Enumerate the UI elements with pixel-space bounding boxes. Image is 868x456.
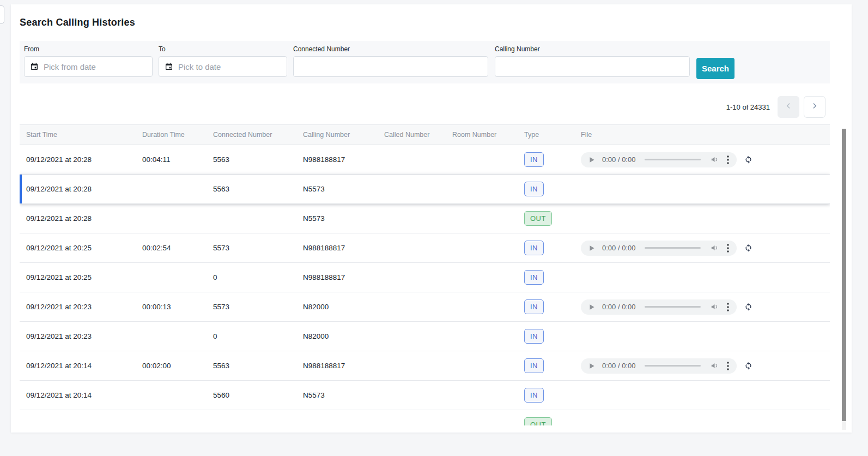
table-header: Start Time Duration Time Connected Numbe… [20, 124, 830, 145]
cell-calling: N82000 [296, 332, 378, 340]
table-row[interactable]: 09/12/2021 at 20:28 N5573 OUT [20, 204, 830, 233]
table-row[interactable]: 09/12/2021 at 20:28 00:04:11 5563 N98818… [20, 145, 830, 175]
refresh-icon[interactable] [744, 244, 752, 252]
calling-number-field: Calling Number [495, 45, 690, 77]
play-icon[interactable] [588, 245, 595, 251]
refresh-icon[interactable] [744, 303, 752, 311]
refresh-icon[interactable] [744, 155, 752, 164]
cell-duration: 00:00:13 [136, 303, 207, 311]
to-field: To [159, 45, 287, 77]
from-date-text[interactable] [44, 62, 147, 71]
pagination: 1-10 of 24331 [726, 96, 825, 118]
table-row[interactable]: OUT [20, 410, 830, 425]
panel-toggle[interactable] [0, 5, 4, 24]
audio-progress[interactable] [645, 306, 701, 308]
audio-player[interactable]: 0:00 / 0:00 [581, 358, 737, 374]
type-badge-out: OUT [524, 211, 552, 226]
kebab-menu-icon[interactable] [727, 244, 729, 253]
type-badge-in: IN [524, 358, 544, 373]
from-date-input[interactable] [24, 56, 153, 77]
connected-number-field: Connected Number [293, 45, 488, 77]
volume-icon[interactable] [710, 243, 719, 253]
table-row[interactable]: 09/12/2021 at 20:23 00:00:13 5573 N82000… [20, 292, 830, 322]
cell-connected: 5573 [207, 244, 296, 252]
connected-number-text[interactable] [299, 62, 482, 71]
type-badge-in: IN [524, 270, 544, 285]
cell-start-time: 09/12/2021 at 20:25 [20, 273, 136, 281]
table-row[interactable]: 09/12/2021 at 20:14 5560 N5573 IN [20, 381, 830, 410]
connected-number-label: Connected Number [293, 45, 488, 53]
main-card: Search Calling Histories From To [11, 4, 852, 433]
kebab-menu-icon[interactable] [727, 155, 729, 164]
prev-page-button[interactable] [778, 96, 799, 118]
type-badge-out: OUT [524, 417, 552, 425]
table-row[interactable]: 09/12/2021 at 20:14 00:02:00 5563 N98818… [20, 351, 830, 381]
type-badge-in: IN [524, 152, 544, 167]
cell-calling: N988188817 [296, 362, 378, 370]
type-badge-in: IN [524, 299, 544, 314]
play-icon[interactable] [588, 304, 595, 310]
play-icon[interactable] [588, 363, 595, 369]
table-body: 09/12/2021 at 20:28 00:04:11 5563 N98818… [20, 145, 830, 425]
scrollbar-thumb[interactable] [842, 129, 846, 421]
volume-icon[interactable] [710, 155, 719, 164]
cell-connected: 0 [207, 273, 296, 281]
chevron-left-icon [784, 101, 793, 112]
volume-icon[interactable] [710, 361, 719, 370]
chevron-right-icon [810, 101, 819, 112]
audio-player[interactable]: 0:00 / 0:00 [581, 299, 737, 315]
audio-progress[interactable] [645, 365, 701, 367]
table-row[interactable]: 09/12/2021 at 20:25 0 N988188817 IN [20, 263, 830, 292]
audio-progress[interactable] [645, 159, 701, 160]
cell-start-time: 09/12/2021 at 20:28 [20, 155, 136, 164]
cell-calling: N988188817 [296, 244, 378, 252]
to-date-text[interactable] [178, 62, 281, 71]
audio-player[interactable]: 0:00 / 0:00 [581, 241, 737, 256]
type-badge-in: IN [524, 388, 544, 403]
col-duration-time: Duration Time [136, 131, 207, 139]
refresh-icon[interactable] [744, 362, 752, 370]
table-row[interactable]: 09/12/2021 at 20:23 0 N82000 IN [20, 322, 830, 351]
cell-start-time: 09/12/2021 at 20:25 [20, 244, 136, 252]
cell-connected: 0 [207, 332, 296, 340]
volume-icon[interactable] [710, 302, 719, 311]
cell-start-time: 09/12/2021 at 20:23 [20, 303, 136, 311]
calendar-icon [30, 62, 39, 71]
table-row[interactable]: 09/12/2021 at 20:25 00:02:54 5573 N98818… [20, 233, 830, 263]
cell-calling: N988188817 [296, 155, 378, 164]
audio-progress[interactable] [645, 247, 701, 249]
audio-time: 0:00 / 0:00 [602, 362, 635, 370]
table-scrollbar[interactable] [842, 129, 846, 430]
cell-start-time: 09/12/2021 at 20:28 [20, 214, 136, 223]
audio-time: 0:00 / 0:00 [602, 303, 635, 311]
connected-number-input[interactable] [293, 56, 488, 77]
cell-duration: 00:02:54 [136, 244, 207, 252]
from-label: From [24, 45, 153, 53]
cell-start-time: 09/12/2021 at 20:28 [20, 185, 136, 193]
from-field: From [24, 45, 153, 77]
cell-calling: N5573 [296, 214, 378, 223]
call-history-table: Start Time Duration Time Connected Numbe… [20, 124, 830, 425]
kebab-menu-icon[interactable] [727, 362, 729, 370]
table-row-selected[interactable]: 09/12/2021 at 20:28 5563 N5573 IN [20, 175, 830, 204]
col-calling-number: Calling Number [296, 131, 378, 139]
next-page-button[interactable] [804, 96, 825, 118]
type-badge-in: IN [524, 182, 544, 196]
cell-connected: 5563 [207, 185, 296, 193]
calendar-icon [165, 62, 173, 71]
play-icon[interactable] [588, 157, 595, 163]
type-badge-in: IN [524, 241, 544, 255]
search-button[interactable]: Search [696, 58, 735, 79]
to-date-input[interactable] [159, 56, 287, 77]
cell-start-time: 09/12/2021 at 20:23 [20, 332, 136, 340]
cell-duration: 00:02:00 [136, 362, 207, 370]
audio-player[interactable]: 0:00 / 0:00 [581, 152, 737, 167]
cell-connected: 5563 [207, 155, 296, 164]
kebab-menu-icon[interactable] [727, 303, 729, 311]
calling-number-text[interactable] [501, 62, 684, 71]
calling-number-input[interactable] [495, 56, 690, 77]
col-start-time: Start Time [20, 131, 136, 139]
audio-time: 0:00 / 0:00 [602, 244, 635, 252]
filter-bar: From To Connected Number [20, 41, 830, 83]
page: Search Calling Histories From To [0, 0, 868, 456]
